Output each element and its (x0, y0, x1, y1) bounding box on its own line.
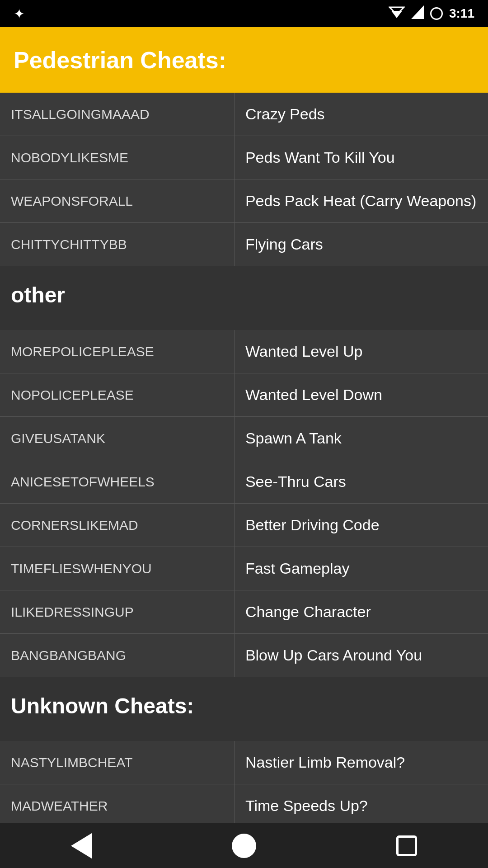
page-title: Pedestrian Cheats: (14, 47, 226, 74)
cheat-code[interactable]: ILIKEDRESSINGUP (0, 590, 234, 634)
table-row: ANICESETOFWHEELS See-Thru Cars (0, 460, 488, 504)
cheat-description: Wanted Level Down (234, 373, 488, 417)
svg-marker-2 (411, 5, 424, 19)
table-row: WEAPONSFORALL Peds Pack Heat (Carry Weap… (0, 179, 488, 223)
cheat-description: See-Thru Cars (234, 460, 488, 504)
cheat-code[interactable]: BANGBANGBANG (0, 634, 234, 677)
cheat-description: Peds Pack Heat (Carry Weapons) (234, 179, 488, 223)
cheat-description: Blow Up Cars Around You (234, 634, 488, 677)
cheat-code[interactable]: ANICESETOFWHEELS (0, 460, 234, 504)
table-row: BANGBANGBANG Blow Up Cars Around You (0, 634, 488, 677)
cheat-code[interactable]: NOBODYLIKESME (0, 136, 234, 179)
table-row: CHITTYCHITTYBB Flying Cars (0, 223, 488, 266)
cheat-code[interactable]: MOREPOLICEPLEASE (0, 330, 234, 373)
table-row: ILIKEDRESSINGUP Change Character (0, 590, 488, 634)
signal-icon (411, 5, 424, 22)
table-row: TIMEFLIESWHENYOU Fast Gameplay (0, 547, 488, 590)
table-row: ITSALLGOINGMAAAD Crazy Peds (0, 93, 488, 136)
cheat-code[interactable]: WEAPONSFORALL (0, 179, 234, 223)
cheat-code[interactable]: ITSALLGOINGMAAAD (0, 93, 234, 136)
cheat-description: Change Character (234, 590, 488, 634)
unknown-cheats-table: NASTYLIMBCHEAT Nastier Limb Removal? MAD… (0, 741, 488, 828)
cheat-description: Nastier Limb Removal? (234, 741, 488, 784)
cheat-description: Better Driving Code (234, 504, 488, 547)
cheat-description: Flying Cars (234, 223, 488, 266)
cheat-description: Spawn A Tank (234, 417, 488, 460)
cheat-code[interactable]: CHITTYCHITTYBB (0, 223, 234, 266)
other-cheats-header: other (0, 266, 488, 316)
cheat-description: Fast Gameplay (234, 547, 488, 590)
page-header: Pedestrian Cheats: (0, 27, 488, 93)
status-bar: ✦ 3:11 (0, 0, 488, 27)
recent-icon (396, 835, 417, 856)
back-icon (71, 833, 92, 859)
unknown-cheats-header: Unknown Cheats: (0, 677, 488, 727)
home-button[interactable] (226, 828, 262, 864)
content-area: ITSALLGOINGMAAAD Crazy Peds NOBODYLIKESM… (0, 93, 488, 868)
clock: 3:11 (449, 6, 474, 21)
cheat-code[interactable]: CORNERSLIKEMAD (0, 504, 234, 547)
cheat-code[interactable]: MADWEATHER (0, 784, 234, 828)
back-button[interactable] (63, 828, 99, 864)
cheat-description: Wanted Level Up (234, 330, 488, 373)
section-spacer-2 (0, 727, 488, 741)
table-row: NOPOLICEPLEASE Wanted Level Down (0, 373, 488, 417)
cheat-code[interactable]: NOPOLICEPLEASE (0, 373, 234, 417)
section-spacer (0, 316, 488, 330)
table-row: GIVEUSATANK Spawn A Tank (0, 417, 488, 460)
wifi-icon (389, 6, 405, 21)
other-cheats-title: other (11, 283, 65, 307)
nav-bar (0, 823, 488, 868)
cheat-code[interactable]: TIMEFLIESWHENYOU (0, 547, 234, 590)
battery-icon (430, 7, 443, 20)
crosshair-icon: ✦ (14, 6, 25, 22)
table-row: NASTYLIMBCHEAT Nastier Limb Removal? (0, 741, 488, 784)
recent-button[interactable] (389, 828, 425, 864)
table-row: MOREPOLICEPLEASE Wanted Level Up (0, 330, 488, 373)
pedestrian-cheats-table: ITSALLGOINGMAAAD Crazy Peds NOBODYLIKESM… (0, 93, 488, 266)
unknown-cheats-title: Unknown Cheats: (11, 694, 194, 718)
cheat-description: Crazy Peds (234, 93, 488, 136)
table-row: NOBODYLIKESME Peds Want To Kill You (0, 136, 488, 179)
home-icon (232, 834, 256, 858)
table-row: MADWEATHER Time Speeds Up? (0, 784, 488, 828)
cheat-code[interactable]: NASTYLIMBCHEAT (0, 741, 234, 784)
cheat-description: Time Speeds Up? (234, 784, 488, 828)
cheat-code[interactable]: GIVEUSATANK (0, 417, 234, 460)
cheat-description: Peds Want To Kill You (234, 136, 488, 179)
other-cheats-table: MOREPOLICEPLEASE Wanted Level Up NOPOLIC… (0, 330, 488, 677)
table-row: CORNERSLIKEMAD Better Driving Code (0, 504, 488, 547)
